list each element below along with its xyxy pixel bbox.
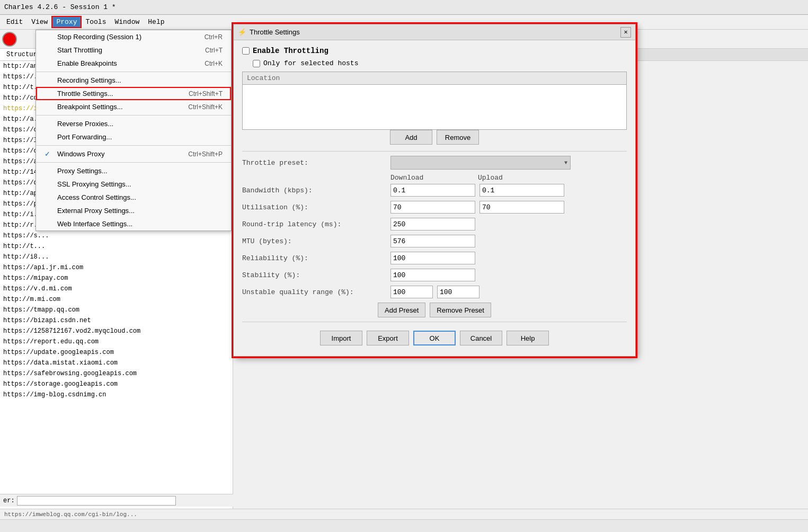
list-item[interactable]: https://1258712167.vod2.myqcloud.com bbox=[0, 326, 233, 336]
menu-enable-breakpoints[interactable]: Enable Breakpoints Ctrl+K bbox=[36, 57, 231, 70]
dialog-bottom-buttons: Import Export OK Cancel Help bbox=[242, 331, 627, 350]
add-location-button[interactable]: Add bbox=[390, 130, 432, 145]
separator3 bbox=[36, 145, 231, 146]
ok-button[interactable]: OK bbox=[413, 331, 456, 345]
filter-bar: er: bbox=[0, 494, 233, 507]
menu-window[interactable]: Window bbox=[110, 16, 144, 28]
list-item[interactable]: https://tmapp.qq.com bbox=[0, 305, 233, 315]
bandwidth-download-input[interactable] bbox=[390, 184, 475, 197]
add-preset-button[interactable]: Add Preset bbox=[378, 303, 425, 317]
stability-label: Stability (%): bbox=[242, 271, 390, 279]
remove-preset-button[interactable]: Remove Preset bbox=[430, 303, 491, 317]
list-item[interactable]: https://s... bbox=[0, 230, 233, 241]
roundtrip-input[interactable] bbox=[390, 218, 475, 230]
reliability-row: Reliability (%): bbox=[242, 252, 627, 264]
list-item[interactable]: https://bizapi.csdn.net bbox=[0, 315, 233, 326]
import-button[interactable]: Import bbox=[320, 331, 362, 345]
dialog-content: Enable Throttling Only for selected host… bbox=[234, 40, 635, 356]
unstable-quality-from-input[interactable] bbox=[390, 286, 433, 298]
separator bbox=[242, 151, 627, 152]
list-item[interactable]: https://v.d.mi.com bbox=[0, 283, 233, 294]
download-header: Download bbox=[390, 174, 478, 182]
mtu-input[interactable] bbox=[390, 235, 475, 247]
location-table: Location bbox=[242, 72, 627, 130]
stability-fields bbox=[390, 269, 475, 281]
record-button[interactable] bbox=[2, 32, 17, 47]
roundtrip-row: Round-trip latency (ms): bbox=[242, 218, 627, 230]
roundtrip-fields bbox=[390, 218, 475, 230]
reliability-input[interactable] bbox=[390, 252, 475, 264]
menu-access-control[interactable]: Access Control Settings... bbox=[36, 191, 231, 204]
filter-input[interactable] bbox=[17, 496, 176, 506]
dialog-title-bar: ⚡ Throttle Settings ✕ bbox=[234, 24, 635, 40]
menu-reverse-proxies[interactable]: Reverse Proxies... bbox=[36, 117, 231, 130]
list-item[interactable]: https://img-blog.csdnimg.cn bbox=[0, 389, 233, 400]
menu-start-throttling[interactable]: Start Throttling Ctrl+T bbox=[36, 43, 231, 57]
proxy-dropdown-menu: Stop Recording (Session 1) Ctrl+R Start … bbox=[35, 30, 232, 231]
menu-breakpoint-settings[interactable]: Breakpoint Settings... Ctrl+Shift+K bbox=[36, 100, 231, 113]
list-item[interactable]: https://safebrowsing.googleapis.com bbox=[0, 368, 233, 379]
utilisation-upload-input[interactable] bbox=[480, 201, 564, 214]
utilisation-download-input[interactable] bbox=[390, 201, 475, 214]
app-window: Charles 4.2.6 - Session 1 * Edit View Pr… bbox=[0, 0, 808, 532]
only-selected-hosts-row: Only for selected hosts bbox=[253, 59, 627, 67]
stability-input[interactable] bbox=[390, 269, 475, 281]
menu-proxy-settings[interactable]: Proxy Settings... bbox=[36, 164, 231, 178]
list-item[interactable]: https://report.edu.qq.com bbox=[0, 336, 233, 347]
menu-recording-settings[interactable]: Recording Settings... bbox=[36, 74, 231, 87]
export-button[interactable]: Export bbox=[367, 331, 409, 345]
only-selected-hosts-checkbox[interactable] bbox=[253, 60, 260, 67]
mtu-row: MTU (bytes): bbox=[242, 235, 627, 247]
reliability-fields bbox=[390, 252, 475, 264]
reliability-label: Reliability (%): bbox=[242, 254, 390, 262]
bottom-url-bar: https://imweblog.qq.com/cgi-bin/log... bbox=[0, 509, 808, 519]
menu-edit[interactable]: Edit bbox=[2, 16, 27, 28]
list-item[interactable]: https://storage.googleapis.com bbox=[0, 379, 233, 389]
title-bar: Charles 4.2.6 - Session 1 * bbox=[0, 0, 808, 15]
menu-web-interface[interactable]: Web Interface Settings... bbox=[36, 217, 231, 230]
menu-external-proxy[interactable]: External Proxy Settings... bbox=[36, 204, 231, 217]
throttle-preset-label: Throttle preset: bbox=[242, 159, 390, 167]
help-button[interactable]: Help bbox=[507, 331, 549, 345]
list-item[interactable]: http://t... bbox=[0, 241, 233, 252]
menu-stop-recording[interactable]: Stop Recording (Session 1) Ctrl+R bbox=[36, 30, 231, 43]
menu-view[interactable]: View bbox=[27, 16, 52, 28]
throttle-preset-select[interactable] bbox=[390, 156, 571, 170]
remove-location-button[interactable]: Remove bbox=[437, 130, 479, 145]
menu-tools[interactable]: Tools bbox=[81, 16, 110, 28]
cancel-button[interactable]: Cancel bbox=[460, 331, 502, 345]
list-item[interactable]: https://data.mistat.xiaomi.com bbox=[0, 358, 233, 368]
menu-throttle-settings[interactable]: Throttle Settings... Ctrl+Shift+T bbox=[36, 87, 231, 100]
enable-throttling-checkbox[interactable] bbox=[242, 47, 250, 55]
throttle-icon: ⚡ bbox=[238, 28, 246, 36]
bottom-url-text: https://imweblog.qq.com/cgi-bin/log... bbox=[4, 511, 137, 518]
throttle-preset-row: Throttle preset: bbox=[242, 156, 627, 170]
stability-row: Stability (%): bbox=[242, 269, 627, 281]
unstable-quality-to-input[interactable] bbox=[437, 286, 480, 298]
add-remove-btn-row: Add Remove bbox=[242, 130, 627, 145]
menu-ssl-proxying[interactable]: SSL Proxying Settings... bbox=[36, 178, 231, 191]
utilisation-label: Utilisation (%): bbox=[242, 203, 390, 211]
bandwidth-upload-input[interactable] bbox=[480, 184, 564, 197]
menu-port-forwarding[interactable]: Port Forwarding... bbox=[36, 130, 231, 144]
list-item[interactable]: https://update.googleapis.com bbox=[0, 347, 233, 358]
mtu-label: MTU (bytes): bbox=[242, 237, 390, 245]
list-item[interactable]: http://m.mi.com bbox=[0, 294, 233, 305]
menu-windows-proxy[interactable]: Windows Proxy Ctrl+Shift+P bbox=[36, 147, 231, 161]
throttle-settings-dialog: ⚡ Throttle Settings ✕ Enable Throttling … bbox=[233, 24, 636, 357]
bandwidth-label: Bandwidth (kbps): bbox=[242, 187, 390, 194]
bandwidth-fields bbox=[390, 184, 564, 197]
enable-throttling-label[interactable]: Enable Throttling bbox=[253, 47, 328, 55]
list-item[interactable]: https://api.jr.mi.com bbox=[0, 262, 233, 273]
list-item[interactable]: http://i8... bbox=[0, 252, 233, 262]
dialog-close-button[interactable]: ✕ bbox=[620, 27, 631, 38]
status-bar bbox=[0, 519, 808, 532]
menu-help[interactable]: Help bbox=[144, 16, 168, 28]
preset-btn-row: Add Preset Remove Preset bbox=[242, 303, 627, 317]
menu-proxy[interactable]: Proxy bbox=[52, 16, 81, 28]
separator4 bbox=[36, 162, 231, 163]
unstable-quality-label: Unstable quality range (%): bbox=[242, 288, 390, 296]
app-title: Charles 4.2.6 - Session 1 * bbox=[4, 3, 116, 11]
only-selected-hosts-label[interactable]: Only for selected hosts bbox=[263, 59, 358, 67]
list-item[interactable]: https://mipay.com bbox=[0, 273, 233, 283]
